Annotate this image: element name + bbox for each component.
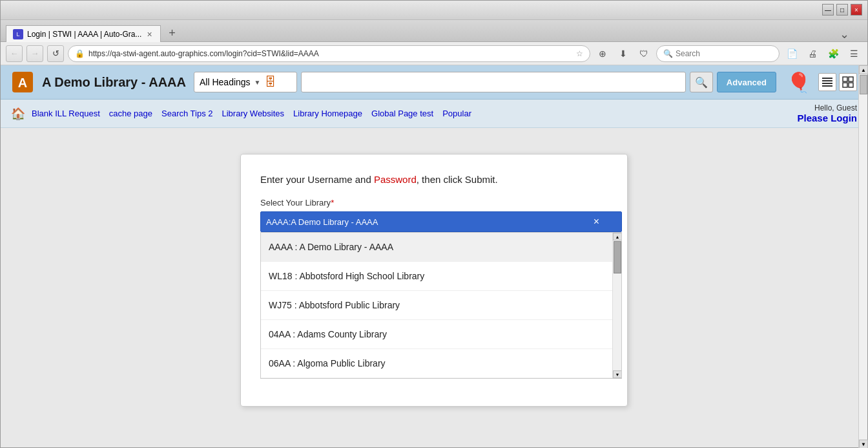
scroll-up-button[interactable]: ▲ [859,65,868,74]
print-icon[interactable]: 🖨 [804,45,821,62]
dropdown-arrow-icon: ▼ [254,79,261,86]
list-item[interactable]: AAAA : A Demo Library - AAAA [261,233,621,262]
browser-window: — □ × L Login | STWI | AAAA | Auto-Gra..… [0,0,868,448]
list-view-icon [822,76,833,88]
search-glass-icon: 🔍 [663,49,673,58]
password-highlight: Password [374,174,417,185]
window-controls: — □ × [822,4,862,16]
database-icon: 🗄 [265,76,276,89]
grid-view-button[interactable] [839,73,857,91]
bookmark-list-icon[interactable]: ⊕ [594,45,611,62]
downloads-icon[interactable]: ⬇ [615,45,632,62]
svg-text:A: A [18,76,27,90]
reader-view-icon[interactable]: 📄 [783,45,800,62]
nav-bar: ← → ↺ 🔒 https://qa-stwi-agent.auto-graph… [1,42,867,65]
new-tab-button[interactable]: + [163,25,181,41]
scroll-track [859,74,867,440]
scroll-thumb[interactable] [860,75,867,94]
hello-guest-text: Hello, Guest [797,103,857,112]
shield-icon: 🔒 [75,49,85,58]
svg-rect-9 [849,83,853,87]
scroll-down-button[interactable]: ▼ [859,440,868,448]
browser-search-box[interactable]: 🔍 [656,45,780,62]
scroll-down-arrow[interactable]: ▼ [613,370,622,378]
nav-item-blank-ill[interactable]: Blank ILL Request [29,107,103,120]
nav-item-popular[interactable]: Popular [440,107,474,120]
address-bar[interactable]: 🔒 https://qa-stwi-agent.auto-graphics.co… [68,45,590,62]
svg-rect-3 [822,80,832,81]
svg-rect-5 [822,85,832,87]
close-button[interactable]: × [851,4,862,16]
shield-security-icon[interactable]: 🛡 [636,45,652,62]
grid-view-icon [842,76,854,88]
search-magnifier-icon: 🔍 [695,76,708,89]
nav-item-cache[interactable]: cache page [107,107,155,120]
list-item[interactable]: WJ75 : Abbotsford Public Library [261,291,621,320]
dropdown-scrollbar[interactable]: ▲ ▼ [612,233,621,378]
scroll-up-arrow[interactable]: ▲ [613,233,622,240]
list-item[interactable]: 04AA : Adams County Library [261,320,621,349]
tab-bar: L Login | STWI | AAAA | Auto-Gra... × + … [1,20,867,42]
search-type-selected: All Headings [200,77,251,87]
main-content: Enter your Username and Password, then c… [1,128,867,447]
active-tab[interactable]: L Login | STWI | AAAA | Auto-Gra... × [6,25,161,42]
browser-scrollbar[interactable]: ▲ ▼ [858,65,867,448]
user-section: Hello, Guest Please Login [797,103,857,123]
tab-title: Login | STWI | AAAA | Auto-Gra... [27,30,141,39]
scroll-thumb[interactable] [614,241,621,273]
home-icon[interactable]: 🏠 [11,107,25,121]
search-input[interactable] [301,72,686,92]
library-dropdown-list[interactable]: AAAA : A Demo Library - AAAA WL18 : Abbo… [260,232,622,379]
nav-icons: ⊕ ⬇ 🛡 [594,45,652,62]
clear-selection-button[interactable]: × [591,216,602,228]
nav-item-library-homepage[interactable]: Library Homepage [291,107,365,120]
extensions-icon[interactable]: 🧩 [825,45,842,62]
svg-rect-6 [843,77,847,81]
select-library-label: Select Your Library* [260,198,608,208]
page-content: A A Demo Library - AAAA All Headings ▼ 🗄… [1,65,867,447]
library-header: A A Demo Library - AAAA All Headings ▼ 🗄… [1,65,867,100]
tab-favicon-icon: L [13,29,23,39]
browser-search-input[interactable] [676,49,772,58]
search-type-dropdown[interactable]: All Headings ▼ 🗄 [194,72,297,92]
please-login-link[interactable]: Please Login [797,112,857,123]
svg-rect-7 [849,77,853,81]
bookmark-icon[interactable]: ☆ [576,49,583,58]
balloon-icon: 🎈 [787,71,811,94]
tab-list-button[interactable]: ⌄ [840,27,862,41]
list-item[interactable]: 06AA : Algoma Public Library [261,349,621,378]
selected-library-text: AAAA:A Demo Library - AAAA [266,217,378,227]
tab-close-button[interactable]: × [145,29,153,39]
advanced-search-button[interactable]: Advanced [717,72,776,92]
maximize-button[interactable]: □ [836,4,848,16]
nav-item-global-page[interactable]: Global Page test [369,107,436,120]
minimize-button[interactable]: — [822,4,834,16]
svg-rect-4 [822,83,832,84]
back-button[interactable]: ← [6,45,23,62]
search-button[interactable]: 🔍 [690,72,713,92]
selected-library-value[interactable]: AAAA:A Demo Library - AAAA × [260,211,622,232]
dialog-instruction: Enter your Username and Password, then c… [260,174,608,185]
list-view-icons [818,73,857,91]
svg-rect-8 [843,83,847,87]
search-section: All Headings ▼ 🗄 🔍 Advanced [194,72,776,92]
library-logo-icon: A [11,70,34,94]
list-item[interactable]: WL18 : Abbotsford High School Library [261,262,621,291]
address-url: https://qa-stwi-agent.auto-graphics.com/… [88,49,572,58]
reload-button[interactable]: ↺ [47,45,64,62]
library-title: A Demo Library - AAAA [42,75,186,90]
login-dialog: Enter your Username and Password, then c… [240,154,628,407]
nav-item-search-tips[interactable]: Search Tips 2 [159,107,216,120]
forward-button[interactable]: → [26,45,43,62]
menu-icon[interactable]: ☰ [845,45,862,62]
svg-rect-2 [822,78,832,79]
list-view-button[interactable] [818,73,836,91]
library-select-container: AAAA:A Demo Library - AAAA × AAAA : A De… [260,211,608,379]
nav-item-library-websites[interactable]: Library Websites [220,107,287,120]
title-bar: — □ × [1,1,867,20]
nav-menu: 🏠 Blank ILL Request cache page Search Ti… [1,100,867,128]
